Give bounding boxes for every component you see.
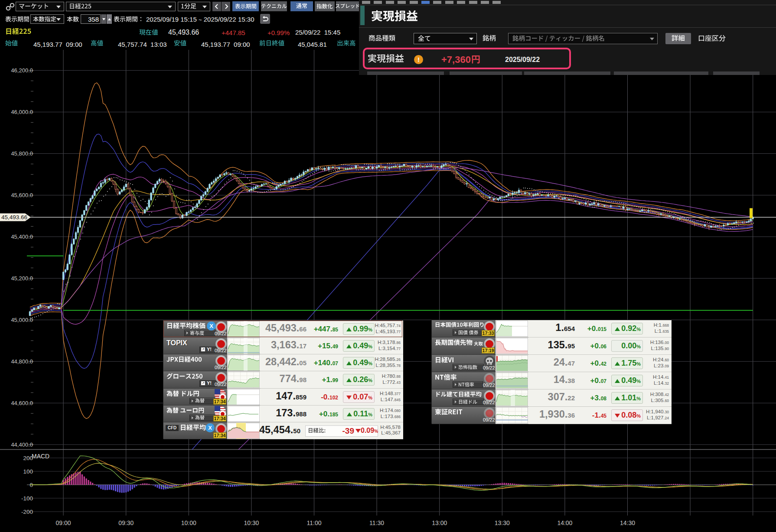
svg-text:14:30: 14:30 bbox=[620, 519, 635, 526]
svg-text:45,493.66: 45,493.66 bbox=[1, 214, 27, 221]
svg-text:11:30: 11:30 bbox=[369, 519, 384, 526]
svg-text:-100: -100 bbox=[21, 495, 33, 502]
svg-text:10:00: 10:00 bbox=[181, 519, 196, 526]
svg-text:100: 100 bbox=[23, 468, 33, 475]
svg-text:-200: -200 bbox=[21, 509, 33, 515]
svg-text:13:30: 13:30 bbox=[495, 519, 510, 526]
svg-text:14:00: 14:00 bbox=[557, 519, 572, 526]
svg-text:13:00: 13:00 bbox=[432, 519, 447, 526]
svg-text:10:30: 10:30 bbox=[244, 519, 259, 526]
svg-text:09:30: 09:30 bbox=[118, 519, 134, 526]
svg-text:MACD: MACD bbox=[32, 453, 49, 460]
svg-text:11:00: 11:00 bbox=[307, 519, 322, 526]
svg-text:09:00: 09:00 bbox=[56, 519, 71, 526]
